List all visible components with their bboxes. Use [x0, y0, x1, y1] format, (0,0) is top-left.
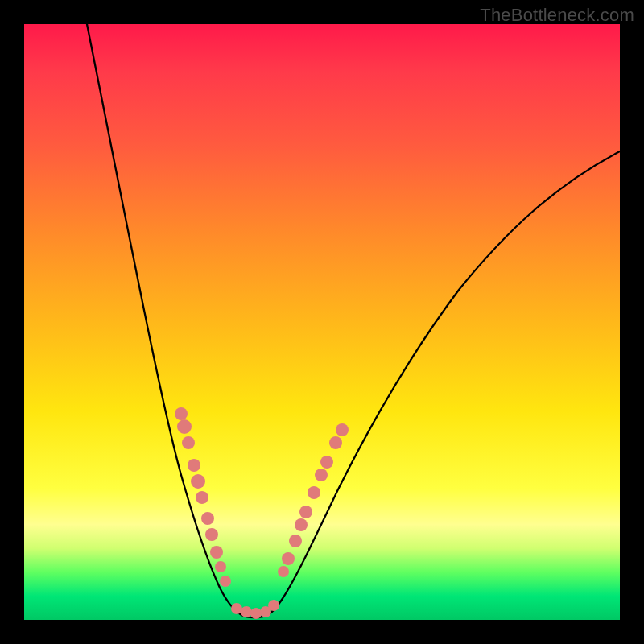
data-point — [282, 552, 295, 565]
data-point — [278, 566, 289, 577]
data-point — [295, 518, 308, 531]
plot-area — [24, 24, 620, 620]
data-point — [315, 469, 328, 481]
curve-left-branch — [87, 24, 262, 617]
markers-left — [175, 407, 231, 587]
data-point — [188, 459, 200, 472]
data-point — [308, 486, 320, 499]
data-point — [336, 423, 349, 436]
curve-right-branch — [262, 151, 620, 617]
data-point — [177, 419, 192, 434]
data-point — [205, 528, 218, 541]
chart-frame: TheBottleneck.com — [0, 0, 644, 644]
data-point — [289, 535, 302, 547]
data-point — [191, 474, 205, 489]
data-point — [175, 407, 188, 420]
data-point — [220, 576, 231, 587]
data-point — [329, 436, 342, 449]
data-point — [182, 436, 195, 449]
data-point — [320, 456, 333, 469]
chart-svg — [24, 24, 620, 620]
data-point — [299, 506, 312, 518]
data-point — [215, 561, 226, 572]
data-point — [231, 603, 242, 614]
data-point — [196, 491, 208, 504]
data-point — [201, 512, 214, 525]
data-point — [250, 608, 262, 619]
markers-bottom — [231, 600, 279, 619]
data-point — [210, 546, 223, 559]
data-point — [241, 606, 252, 617]
markers-right — [278, 423, 349, 577]
data-point — [268, 600, 279, 611]
watermark-text: TheBottleneck.com — [480, 5, 634, 26]
